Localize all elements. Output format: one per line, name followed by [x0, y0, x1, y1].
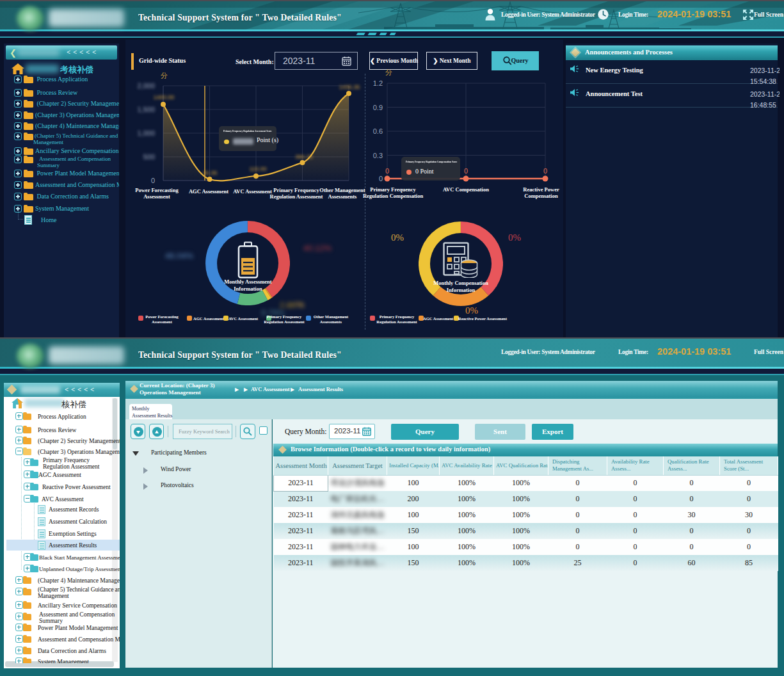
svg-text:0.9: 0.9 — [373, 104, 383, 111]
svg-text:1.2: 1.2 — [373, 79, 383, 87]
svg-text:0.6: 0.6 — [373, 127, 383, 135]
svg-text:分: 分 — [161, 72, 168, 79]
svg-text:1,500: 1,500 — [137, 106, 155, 113]
svg-text:0: 0 — [385, 167, 389, 175]
svg-text:1,000: 1,000 — [137, 129, 155, 137]
svg-text:0: 0 — [151, 177, 155, 184]
svg-text:0: 0 — [464, 167, 468, 175]
svg-text:500: 500 — [143, 153, 155, 161]
svg-text:2,000: 2,000 — [137, 82, 155, 90]
svg-text:1400.00: 1400.00 — [154, 94, 175, 101]
svg-text:0: 0 — [379, 175, 383, 182]
svg-text:0.3: 0.3 — [373, 152, 383, 159]
svg-text:1436.35: 1436.35 — [339, 84, 360, 90]
svg-text:分: 分 — [385, 68, 392, 76]
svg-text:115.00: 115.00 — [250, 166, 267, 172]
svg-text:46.36: 46.36 — [203, 170, 218, 176]
svg-text:0: 0 — [543, 167, 547, 175]
svg-text:396.35: 396.35 — [295, 154, 313, 160]
